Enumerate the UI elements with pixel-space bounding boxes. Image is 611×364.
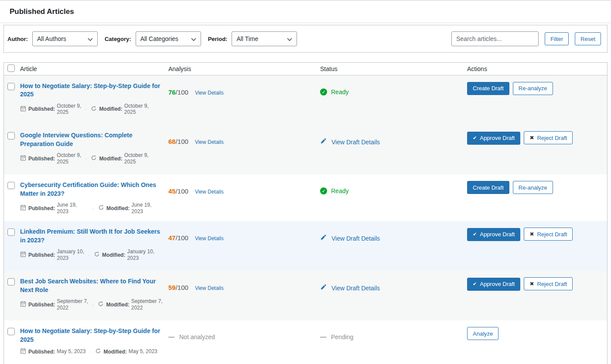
create-draft-button[interactable]: Create Draft <box>467 181 509 194</box>
x-icon: ✖ <box>529 135 534 141</box>
button-label: Approve Draft <box>480 135 515 141</box>
view-details-link[interactable]: View Details <box>195 285 224 291</box>
modified-date: January 10, 2023 <box>127 248 154 261</box>
status-label: Ready <box>331 88 348 95</box>
published-date: October 9, 2025 <box>57 103 81 116</box>
view-draft-details-link[interactable]: View Draft Details <box>331 139 380 146</box>
re-analyze-button[interactable]: Re-analyze <box>513 82 553 95</box>
article-title-link[interactable]: LinkedIn Premium: Still Worth It for Job… <box>20 228 163 245</box>
update-icon <box>91 155 97 162</box>
published-label: Published: <box>28 349 55 355</box>
status-draft: View Draft Details <box>320 234 463 242</box>
pencil-icon <box>320 138 327 146</box>
column-header-actions: Actions <box>467 63 607 75</box>
button-label: Re-analyze <box>519 85 547 92</box>
status-label: Ready <box>331 187 348 194</box>
row-checkbox[interactable] <box>7 328 15 335</box>
published-label: Published: <box>28 252 55 258</box>
published-date: June 19, 2023 <box>57 202 89 214</box>
status-cell: ✓Ready <box>320 75 467 125</box>
check-icon: ✔ <box>473 135 477 141</box>
category-select-value: All Categories <box>140 35 178 42</box>
actions-cell: Create DraftRe-analyze <box>467 174 607 221</box>
select-all-checkbox[interactable] <box>7 65 15 72</box>
article-title-link[interactable]: How to Negotiate Salary: Step-by-Step Gu… <box>20 82 163 99</box>
reject-draft-button[interactable]: ✖Reject Draft <box>524 277 573 290</box>
button-label: Create Draft <box>473 85 504 92</box>
update-icon <box>98 301 104 308</box>
view-details-link[interactable]: View Details <box>195 139 224 145</box>
article-title-link[interactable]: How to Negotiate Salary: Step-by-Step Gu… <box>20 327 163 344</box>
view-draft-details-link[interactable]: View Draft Details <box>331 285 380 292</box>
filter-actions: Filter Reset <box>451 31 601 46</box>
update-icon <box>95 348 101 355</box>
articles-tbody: How to Negotiate Salary: Step-by-Step Gu… <box>4 75 607 364</box>
analysis-cell: 68/100View Details <box>168 125 320 174</box>
reject-draft-button[interactable]: ✖Reject Draft <box>524 228 573 241</box>
calendar-icon <box>20 204 26 212</box>
view-details-link[interactable]: View Details <box>195 189 224 195</box>
view-details-link[interactable]: View Details <box>195 235 224 242</box>
modified-label: Modified: <box>103 349 126 355</box>
analysis-cell: 59/100View Details <box>168 271 320 320</box>
author-filter-label: Author: <box>7 36 28 42</box>
reset-button[interactable]: Reset <box>575 32 601 45</box>
row-checkbox[interactable] <box>7 228 15 236</box>
table-row: Cybersecurity Certification Guide: Which… <box>4 174 607 221</box>
column-header-status: Status <box>320 63 467 75</box>
filter-button[interactable]: Filter <box>545 32 569 45</box>
calendar-icon <box>20 105 26 113</box>
re-analyze-button[interactable]: Re-analyze <box>513 181 553 194</box>
category-select[interactable]: All Categories <box>136 31 201 46</box>
author-select[interactable]: All Authors <box>32 31 98 46</box>
approve-draft-button[interactable]: ✔Approve Draft <box>467 132 520 145</box>
actions-cell: ✔Approve Draft✖Reject Draft <box>467 221 607 271</box>
row-checkbox[interactable] <box>7 182 15 189</box>
meta-dot-separator: · <box>92 205 94 211</box>
modified-label: Modified: <box>106 205 130 211</box>
status-ready: ✓Ready <box>320 88 463 95</box>
row-checkbox[interactable] <box>7 132 15 139</box>
period-select[interactable]: All Time <box>232 31 297 46</box>
actions-cell: ✔Approve Draft✖Reject Draft <box>467 125 607 174</box>
chevron-down-icon <box>88 35 93 42</box>
dash-icon: — <box>168 333 174 340</box>
analyze-button[interactable]: Analyze <box>467 327 498 340</box>
actions-cell: Create DraftRe-analyze <box>467 75 607 125</box>
period-select-value: All Time <box>236 35 258 42</box>
category-filter-label: Category: <box>105 36 131 42</box>
create-draft-button[interactable]: Create Draft <box>467 82 509 95</box>
published-label: Published: <box>28 106 55 112</box>
calendar-icon <box>20 301 26 308</box>
search-input[interactable] <box>451 31 539 46</box>
status-draft: View Draft Details <box>320 138 463 146</box>
status-cell: View Draft Details <box>320 271 467 320</box>
analysis-cell: 76/100View Details <box>168 75 320 125</box>
published-date: October 9, 2025 <box>57 152 81 165</box>
modified-label: Modified: <box>99 156 122 162</box>
view-details-link[interactable]: View Details <box>195 90 224 96</box>
dash-icon: — <box>320 333 326 340</box>
article-title-link[interactable]: Google Interview Questions: Complete Pre… <box>20 131 163 148</box>
published-date: September 7, 2022 <box>57 298 88 311</box>
filter-bar: Author: All Authors Category: All Catego… <box>3 25 608 53</box>
view-draft-details-link[interactable]: View Draft Details <box>331 235 380 242</box>
article-title-link[interactable]: Cybersecurity Certification Guide: Which… <box>20 181 163 198</box>
score-denominator: /100 <box>176 284 188 291</box>
button-label: Approve Draft <box>480 281 515 287</box>
status-cell: ✓Ready <box>320 174 467 221</box>
pencil-icon <box>320 234 327 242</box>
update-icon <box>91 105 97 113</box>
status-cell: —Pending <box>320 320 467 364</box>
actions-cell: ✔Approve Draft✖Reject Draft <box>467 271 607 320</box>
status-cell: View Draft Details <box>320 125 467 174</box>
row-checkbox[interactable] <box>7 83 15 90</box>
column-header-article: Article <box>20 63 168 75</box>
approve-draft-button[interactable]: ✔Approve Draft <box>467 228 520 241</box>
reject-draft-button[interactable]: ✖Reject Draft <box>524 131 573 144</box>
article-title-link[interactable]: Best Job Search Websites: Where to Find … <box>20 277 163 294</box>
approve-draft-button[interactable]: ✔Approve Draft <box>467 278 520 291</box>
published-date: January 10, 2023 <box>57 248 84 261</box>
row-checkbox[interactable] <box>7 278 15 286</box>
modified-label: Modified: <box>106 302 129 308</box>
